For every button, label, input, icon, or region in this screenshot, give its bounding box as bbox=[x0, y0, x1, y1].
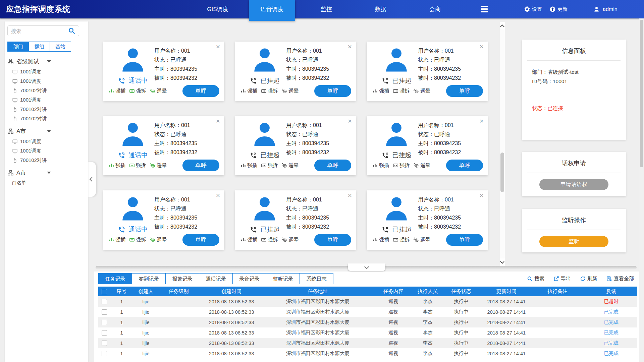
close-icon[interactable]: × bbox=[216, 117, 220, 124]
records-tab[interactable]: 报警记录 bbox=[165, 273, 199, 284]
tree-item[interactable]: 700102对讲 bbox=[7, 105, 88, 114]
records-tab[interactable]: 系统日志 bbox=[300, 273, 333, 284]
row-checkbox[interactable] bbox=[102, 320, 107, 325]
single-call-button[interactable]: 单呼 bbox=[182, 160, 219, 171]
table-row[interactable]: 1 lijie 2018-08-13 08:52:33 深圳市福田区彩田村水源大… bbox=[98, 338, 637, 348]
force-release-button[interactable]: 强拆 bbox=[393, 162, 410, 169]
update-button[interactable]: 更新 bbox=[549, 6, 568, 13]
force-insert-button[interactable]: 强插 bbox=[240, 237, 257, 243]
monitor-button[interactable]: 监听 bbox=[539, 236, 608, 247]
remote-stun-button[interactable]: 遥晕 bbox=[281, 162, 299, 169]
row-checkbox[interactable] bbox=[102, 351, 107, 356]
close-icon[interactable]: × bbox=[480, 43, 484, 50]
remote-stun-button[interactable]: 遥晕 bbox=[413, 88, 430, 94]
force-insert-button[interactable]: 强插 bbox=[109, 88, 125, 94]
tree-group-header[interactable]: A市 bbox=[7, 167, 88, 178]
table-row[interactable]: 1 lijie 2018-08-13 08:52:33 深圳市福田区彩田村水源大… bbox=[98, 317, 637, 327]
nav-item[interactable]: 数据 bbox=[358, 0, 404, 18]
sidebar-tab[interactable]: 基站 bbox=[50, 42, 71, 52]
single-call-button[interactable]: 单呼 bbox=[446, 234, 483, 246]
table-row[interactable]: 1 lijie 2018-08-13 08:52:33 深圳市福田区彩田村水源大… bbox=[98, 296, 637, 307]
remote-stun-button[interactable]: 遥晕 bbox=[150, 162, 167, 169]
scroll-down-button[interactable] bbox=[500, 258, 505, 266]
sidebar-tab[interactable]: 部门 bbox=[7, 42, 29, 52]
force-release-button[interactable]: 强拆 bbox=[393, 88, 410, 94]
search-icon[interactable] bbox=[68, 27, 75, 34]
single-call-button[interactable]: 单呼 bbox=[182, 234, 219, 246]
records-tab[interactable]: 任务记录 bbox=[98, 273, 132, 284]
export-button[interactable]: 导出 bbox=[553, 276, 571, 282]
chevron-down-icon[interactable] bbox=[47, 130, 51, 132]
table-row[interactable]: 1 lijie 2018-08-13 08:52:33 深圳市福田区彩田村水源大… bbox=[98, 327, 637, 338]
force-insert-button[interactable]: 强插 bbox=[372, 88, 389, 94]
remote-stun-button[interactable]: 遥晕 bbox=[150, 237, 167, 243]
tree-item[interactable]: 1001调度 bbox=[7, 137, 88, 146]
single-call-button[interactable]: 单呼 bbox=[314, 234, 351, 246]
close-icon[interactable]: × bbox=[480, 117, 484, 124]
nav-item[interactable]: 语音调度 bbox=[249, 0, 295, 21]
force-insert-button[interactable]: 强插 bbox=[109, 162, 125, 169]
table-search-button[interactable]: 搜索 bbox=[527, 276, 544, 282]
scrollbar-thumb[interactable] bbox=[500, 153, 504, 192]
force-release-button[interactable]: 强拆 bbox=[261, 237, 278, 243]
sidebar-collapse-handle[interactable] bbox=[88, 162, 96, 197]
tree-item[interactable]: 白名单 bbox=[7, 178, 88, 188]
close-icon[interactable]: × bbox=[348, 192, 352, 199]
force-release-button[interactable]: 强拆 bbox=[129, 237, 146, 243]
records-tab[interactable]: 通话记录 bbox=[199, 273, 233, 284]
row-checkbox[interactable] bbox=[102, 330, 107, 336]
single-call-button[interactable]: 单呼 bbox=[446, 160, 483, 171]
scroll-up-button[interactable] bbox=[500, 22, 505, 29]
remote-stun-button[interactable]: 遥晕 bbox=[413, 162, 430, 169]
force-release-button[interactable]: 强拆 bbox=[129, 88, 146, 94]
remote-stun-button[interactable]: 遥晕 bbox=[281, 237, 299, 243]
force-insert-button[interactable]: 强插 bbox=[240, 88, 257, 94]
page-scrollbar[interactable] bbox=[639, 18, 644, 362]
force-insert-button[interactable]: 强插 bbox=[240, 162, 257, 169]
refresh-button[interactable]: 刷新 bbox=[580, 276, 597, 282]
tree-group-header[interactable]: 省级测试 bbox=[7, 56, 88, 67]
menu-icon[interactable] bbox=[481, 6, 489, 14]
close-icon[interactable]: × bbox=[348, 43, 352, 50]
view-all-button[interactable]: 查看全部 bbox=[606, 276, 634, 282]
row-checkbox[interactable] bbox=[102, 341, 107, 346]
force-insert-button[interactable]: 强插 bbox=[372, 162, 389, 169]
force-insert-button[interactable]: 强插 bbox=[109, 237, 125, 243]
single-call-button[interactable]: 单呼 bbox=[314, 160, 351, 171]
row-checkbox[interactable] bbox=[102, 309, 107, 315]
tree-item[interactable]: 700102对讲 bbox=[7, 86, 88, 95]
remote-stun-button[interactable]: 遥晕 bbox=[281, 88, 299, 94]
chevron-down-icon[interactable] bbox=[47, 172, 51, 174]
single-call-button[interactable]: 单呼 bbox=[446, 85, 483, 97]
chevron-down-icon[interactable] bbox=[47, 60, 51, 63]
apply-talk-right-button[interactable]: 申请话语权 bbox=[539, 179, 608, 190]
user-menu[interactable]: admin bbox=[593, 0, 618, 18]
select-all-checkbox[interactable] bbox=[102, 289, 107, 294]
force-release-button[interactable]: 强拆 bbox=[393, 237, 410, 243]
tree-item[interactable]: 700102对讲 bbox=[7, 114, 88, 123]
close-icon[interactable]: × bbox=[216, 43, 220, 50]
records-tab[interactable]: 录音记录 bbox=[232, 273, 266, 284]
tree-item[interactable]: 1001调度 bbox=[7, 67, 88, 76]
single-call-button[interactable]: 单呼 bbox=[314, 85, 351, 97]
nav-item[interactable]: 会商 bbox=[412, 0, 458, 18]
tree-item[interactable]: 1001调度 bbox=[7, 95, 88, 105]
tree-item[interactable]: 700102对讲 bbox=[7, 156, 88, 165]
tree-group-header[interactable]: A市 bbox=[7, 125, 88, 137]
records-tab[interactable]: 监听记录 bbox=[266, 273, 300, 284]
force-release-button[interactable]: 强拆 bbox=[261, 88, 278, 94]
close-icon[interactable]: × bbox=[216, 192, 220, 199]
force-release-button[interactable]: 强拆 bbox=[261, 162, 278, 169]
close-icon[interactable]: × bbox=[348, 117, 352, 124]
settings-button[interactable]: 设置 bbox=[524, 6, 542, 13]
row-checkbox[interactable] bbox=[102, 299, 107, 304]
tree-item[interactable]: 1001调度 bbox=[7, 76, 88, 86]
records-tab[interactable]: 签到记录 bbox=[132, 273, 166, 284]
sidebar-tab[interactable]: 群组 bbox=[29, 42, 50, 52]
cards-scrollbar[interactable] bbox=[500, 22, 505, 266]
page-scrollbar-thumb[interactable] bbox=[640, 20, 643, 167]
single-call-button[interactable]: 单呼 bbox=[182, 85, 219, 97]
table-row[interactable]: 1 lijie 2018-08-13 08:52:33 深圳市福田区彩田村水源大… bbox=[98, 348, 637, 359]
force-insert-button[interactable]: 强插 bbox=[372, 237, 389, 243]
expand-bottom-handle[interactable] bbox=[348, 263, 385, 271]
